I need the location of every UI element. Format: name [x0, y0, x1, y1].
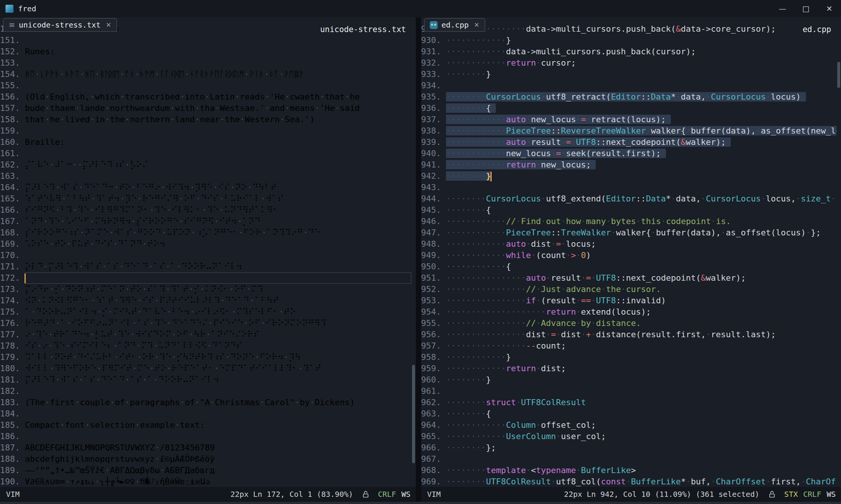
text-line[interactable]: 158.that·he·lived·in·the·northern·land·n…	[0, 114, 411, 125]
code-line[interactable]: 969.········UTF8ColResult·utf8_col(const…	[421, 476, 836, 487]
code-line[interactable]: 956.················dist·=·dist·+·distan…	[421, 329, 836, 340]
left-scrollbar[interactable]	[411, 17, 416, 487]
text-line[interactable]: 180.⠺⠊⠇⠇·⠹⠻⠑⠋⠕⠗⠑·⠏⠻⠍⠊⠞·⠍⠑·⠞⠕·⠗⠑⠏⠑⠁⠞⠂·⠑⠍⠏…	[0, 363, 411, 374]
code-line[interactable]: 939.············auto·result·=·UTF8::next…	[421, 137, 836, 148]
text-line[interactable]: 181.⡍⠜⠇⠑⠹·⠺⠁⠎·⠁⠎·⠙⠑⠁⠙·⠁⠎·⠁·⠙⠕⠕⠗⠤⠝⠁⠊⠇⠲	[0, 374, 411, 386]
code-line[interactable]: 940.············new_locus·=·seek(result.…	[421, 148, 836, 159]
text-line[interactable]: 179.⠩⠁⠇⠇·⠝⠕⠞·⠙⠊⠌⠥⠗⠃·⠊⠞⠂·⠕⠗·⠹⠑·⡊⠳⠝⠞⠗⠹⠰⠎·⠙…	[0, 352, 411, 363]
text-line[interactable]: 173.⡍⠔⠙⠖·⡊·⠙⠕⠝⠰⠞·⠍⠑⠁⠝·⠞⠕·⠎⠁⠹·⠹⠁⠞·⡊·⠅⠝⠪⠂·…	[0, 284, 411, 295]
text-line[interactable]: 164.⡍⠜⠇⠑⠹·⠺⠁⠎·⠙⠑⠁⠙⠒·⠞⠕·⠃⠑⠛⠔·⠺⠊⠹⠲·⡹⠻⠑·⠊⠎·…	[0, 182, 411, 193]
code-line[interactable]: 931.············data->multi_cursors.push…	[421, 46, 836, 57]
code-line[interactable]: 936.········{	[421, 103, 836, 114]
code-line[interactable]: 943.	[421, 182, 836, 193]
text-line[interactable]: 166.⠎⠊⠛⠝⠫·⠃⠹·⠹⠑·⠊⠇⠻⠛⠹⠍⠁⠝⠂·⠹⠑·⠊⠇⠻⠅⠂·⠹⠑·⠥⠝…	[0, 204, 411, 216]
text-line[interactable]: 175.⠁·⠙⠕⠕⠗⠤⠝⠁⠊⠇⠲·⡊·⠍⠊⠣⠞·⠙⠁⠧⠑·⠃⠑⠲·⠔⠊⠇⠔⠫⠂·…	[0, 306, 411, 318]
maximize-button[interactable]: □	[794, 0, 818, 17]
code-line[interactable]: 946.············//·Find·out·how·many·byt…	[421, 216, 836, 227]
code-line[interactable]: 966.········};	[421, 442, 836, 453]
text-line[interactable]: 183.(The·first·couple·of·paragraphs·of·"…	[0, 397, 411, 408]
code-line[interactable]: 948.············auto·dist·=·locus;	[421, 238, 836, 250]
text-line[interactable]: 161.	[0, 148, 411, 159]
text-line[interactable]: 186.	[0, 431, 411, 442]
code-line[interactable]: 935.········CursorLocus·utf8_retract(Edi…	[421, 91, 836, 103]
code-line[interactable]: 932.············return·cursor;	[421, 57, 836, 69]
code-line[interactable]: 965.············UserColumn·user_col;	[421, 431, 836, 442]
text-line[interactable]: 168.⡎⠊⠗⠕⠕⠛⠑⠰⠎·⠝⠁⠍⠑·⠺⠁⠎·⠛⠕⠕⠙·⠥⠏⠕⠝·⠰⡡⠁⠝⠛⠑⠂…	[0, 227, 411, 238]
text-line[interactable]: 190.∀∂∈ℝ∧∪≡∞·↑↗↨↻⇣·┐┼╔╘►☺♀·ﬁ�⑀₂ἠḂӥẄɐː⍎אԱ…	[0, 476, 411, 487]
code-line[interactable]: 930.············}	[421, 35, 836, 46]
text-line[interactable]: 187.ABCDEFGHIJKLMNOPQRSTUVWXYZ·/01234567…	[0, 442, 411, 453]
code-line[interactable]: 949.············while·(count·>·0)	[421, 250, 836, 261]
text-line[interactable]: 167.⠁⠝⠙·⠹⠑·⠡⠊⠑⠋·⠍⠳⠗⠝⠻⠲·⡎⠊⠗⠕⠕⠛⠑·⠎⠊⠛⠝⠫·⠊⠞⠲…	[0, 216, 411, 227]
text-line[interactable]: 174.⠪⠝·⠅⠝⠪⠇⠫⠛⠑⠂·⠱⠁⠞·⠹⠻⠑·⠊⠎·⠏⠜⠞⠊⠊⠥⠇⠜⠇⠹·⠙⠑…	[0, 295, 411, 306]
text-line[interactable]: 154.ᚻᛖ·ᚳᚹᚫᚦ·ᚦᚫᛏ·ᚻᛖ·ᛒᚢᛞᛖ·ᚩᚾ·ᚦᚫᛗ·ᛚᚪᚾᛞᛖ·ᚾᚩᚱ…	[0, 69, 411, 80]
code-line[interactable]: 955.················//·Advance·by·distan…	[421, 318, 836, 329]
tab-unicode-stress-txt[interactable]: ≡ unicode-stress.txt ✕	[3, 18, 117, 32]
tab-close-icon[interactable]: ✕	[474, 21, 479, 29]
left-editor[interactable]: 150.እግርህን·በፍራሽህ·ልክ·ዘርጋ።151.152.Runes:153…	[0, 17, 416, 487]
text-line[interactable]: 163.	[0, 171, 411, 182]
minimize-button[interactable]: —	[771, 0, 794, 17]
text-line[interactable]: 188.abcdefghijklmnopqrstuvwxyz·£©µÀÆÖÞßé…	[0, 453, 411, 465]
text-line[interactable]: 182.	[0, 386, 411, 397]
code-line[interactable]: 957.················--count;	[421, 340, 836, 352]
text-line[interactable]: 156.(Old·English,·which·transcribed·into…	[0, 91, 411, 103]
status-flag-crlf[interactable]: CRLF	[378, 490, 396, 499]
text-line[interactable]: 153.	[0, 57, 411, 69]
text-line[interactable]: 159.	[0, 125, 411, 137]
text-line[interactable]: 177.⠔·⠹⠑·⠞⠗⠁⠙⠑⠲·⡃⠥⠞·⠹⠑·⠺⠊⠎⠙⠕⠍·⠕⠋·⠳⠗·⠁⠝⠊⠑…	[0, 329, 411, 340]
status-flag-ws[interactable]: WS	[827, 490, 836, 499]
code-line[interactable]: 954.····················return·extend(lo…	[421, 306, 836, 318]
code-line[interactable]: 959.············return·dist;	[421, 363, 836, 374]
status-flag-ws[interactable]: WS	[401, 490, 411, 499]
code-line[interactable]: 951.················auto·result·=·UTF8::…	[421, 272, 836, 284]
text-line[interactable]: 165.⠱⠁⠞⠑⠧⠻·⠁⠃⠳⠞·⠹⠁⠞⠲·⡹⠑·⠗⠑⠛⠊⠌⠻·⠕⠋·⠙⠊⠎·⠃⠥…	[0, 193, 411, 204]
text-line[interactable]: 172.	[0, 272, 411, 284]
text-line[interactable]: 184.	[0, 408, 411, 419]
code-line[interactable]: 953.················if·(result·==·UTF8::…	[421, 295, 836, 306]
scrollbar-thumb[interactable]	[412, 365, 415, 463]
text-line[interactable]: 160.Braille:	[0, 137, 411, 148]
text-line[interactable]: 155.	[0, 80, 411, 91]
text-line[interactable]: 171.⡕⠇⠙·⡍⠜⠇⠑⠹·⠺⠁⠎·⠁⠎·⠙⠑⠁⠙·⠁⠎·⠁·⠙⠕⠕⠗⠤⠝⠁⠊⠇…	[0, 261, 411, 272]
code-line[interactable]: 947.············PieceTree::TreeWalker·wa…	[421, 227, 836, 238]
text-line[interactable]: 189.–—‘“”„†•…‰™œŠŸž€·ΑΒΓΔΩαβγδω·АБВГДабв…	[0, 465, 411, 476]
status-flag-stx[interactable]: STX	[784, 490, 798, 499]
close-button[interactable]: ✕	[818, 0, 841, 17]
code-line[interactable]: 964.············Column·offset_col;	[421, 419, 836, 431]
text-line[interactable]: 151.	[0, 35, 411, 46]
code-line[interactable]: 937.············auto·new_locus·=·retract…	[421, 114, 836, 125]
code-line[interactable]: 934.	[421, 80, 836, 91]
lock-icon[interactable]	[361, 490, 370, 498]
code-line[interactable]: 942.········}	[421, 171, 836, 182]
code-line[interactable]: 967.	[421, 453, 836, 465]
text-line[interactable]: 178.⠊⠎·⠔·⠹⠑·⠎⠊⠍⠊⠇⠑⠆·⠁⠝⠙·⠍⠹·⠥⠝⠙⠁⠇⠇⠪⠫·⠙⠁⠝⠙…	[0, 340, 411, 352]
code-line[interactable]: 962.········struct·UTF8ColResult	[421, 397, 836, 408]
code-line[interactable]: 968.········template·<typename·BufferLik…	[421, 465, 836, 476]
status-flag-crlf[interactable]: CRLF	[803, 490, 821, 499]
text-line[interactable]: 176.⠗⠑⠛⠜⠙·⠁·⠊⠕⠋⠋⠔⠤⠝⠁⠊⠇·⠁⠎·⠹⠑·⠙⠑⠁⠙⠑⠌·⠏⠊⠑⠊…	[0, 318, 411, 329]
text-line[interactable]: 169.⠡⠕⠎⠑·⠞⠕·⠏⠥⠞·⠙⠊⠎·⠙⠁⠝⠙·⠞⠕⠲	[0, 238, 411, 250]
code-line[interactable]: 945.········{	[421, 204, 836, 216]
lock-icon[interactable]	[768, 490, 776, 498]
code-line[interactable]: 963.········{	[421, 408, 836, 419]
right-scrollbar[interactable]	[836, 17, 841, 487]
code-line[interactable]: 944.········CursorLocus·utf8_extend(Edit…	[421, 193, 836, 204]
text-line[interactable]: 170.	[0, 250, 411, 261]
code-line[interactable]: 938.············PieceTree::ReverseTreeWa…	[421, 125, 836, 137]
scrollbar-thumb[interactable]	[837, 62, 840, 88]
right-editor[interactable]: 929.················data->multi_cursors.…	[421, 17, 841, 487]
code-line[interactable]: 950.············{	[421, 261, 836, 272]
text-line[interactable]: 162.⡌⠁⠧⠑·⠼⠁⠒··⡍⠜⠇⠑⠹⠰⠎·⡣⠕⠌	[0, 159, 411, 171]
code-line[interactable]: 960.········}	[421, 374, 836, 386]
code-line[interactable]: 933.········}	[421, 69, 836, 80]
code-line[interactable]: 941.············return·new_locus;	[421, 159, 836, 171]
code-line[interactable]: 952.················//·Just·advance·the·…	[421, 284, 836, 295]
titlebar[interactable]: fred — □ ✕	[0, 0, 841, 17]
text-line[interactable]: 185.Compact·font·selection·example·text:	[0, 419, 411, 431]
code-line[interactable]: 958.············}	[421, 352, 836, 363]
text-line[interactable]: 157.bude·thaem·lande·northweardum·with·t…	[0, 103, 411, 114]
text-line[interactable]: 152.Runes:	[0, 46, 411, 57]
code-line[interactable]: 961.	[421, 386, 836, 397]
tab-ed-cpp[interactable]: ++ ed.cpp ✕	[424, 18, 485, 32]
